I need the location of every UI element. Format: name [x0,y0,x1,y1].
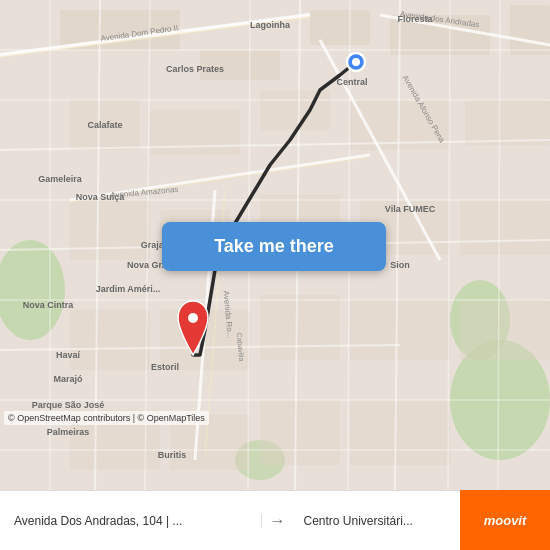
svg-text:Gameleira: Gameleira [38,174,83,184]
svg-rect-13 [260,90,330,130]
svg-text:Marajó: Marajó [53,374,83,384]
svg-text:Lagoinha: Lagoinha [250,20,291,30]
svg-text:Parque São José: Parque São José [32,400,105,410]
svg-text:Palmeiras: Palmeiras [47,427,90,437]
svg-rect-12 [150,110,240,155]
svg-rect-15 [465,100,550,145]
svg-rect-16 [70,200,150,260]
svg-rect-21 [70,310,150,370]
svg-rect-23 [260,295,340,360]
svg-rect-24 [350,300,450,360]
svg-rect-8 [310,10,370,45]
svg-text:Jardim Améri...: Jardim Améri... [96,284,161,294]
svg-rect-10 [510,5,550,55]
take-me-there-button[interactable]: Take me there [162,222,386,271]
svg-point-83 [188,313,198,323]
svg-text:Carlos Prates: Carlos Prates [166,64,224,74]
svg-text:Havaí: Havaí [56,350,81,360]
map-container: Lagoinha Floresta Carlos Prates Calafate… [0,0,550,490]
svg-text:Vila FUMEC: Vila FUMEC [385,204,436,214]
svg-text:Buritis: Buritis [158,450,187,460]
moovit-logo: moovit [460,490,550,550]
svg-text:Central: Central [336,77,367,87]
button-label: Take me there [214,236,334,257]
svg-text:Nova Cintra: Nova Cintra [23,300,75,310]
svg-rect-28 [260,400,340,465]
svg-text:Estoril: Estoril [151,362,179,372]
svg-rect-20 [460,200,550,255]
svg-text:Calafate: Calafate [87,120,122,130]
svg-rect-25 [460,300,550,360]
map-attribution: © OpenStreetMap contributors | © OpenMap… [4,411,209,425]
bottom-bar: Avenida Dos Andradas, 104 | ... → Centro… [0,490,550,550]
svg-rect-29 [350,400,450,465]
arrow-icon: → [262,512,294,530]
moovit-logo-text: moovit [484,513,527,528]
svg-point-82 [352,58,360,66]
from-location-label: Avenida Dos Andradas, 104 | ... [0,514,262,528]
svg-text:Sion: Sion [390,260,410,270]
